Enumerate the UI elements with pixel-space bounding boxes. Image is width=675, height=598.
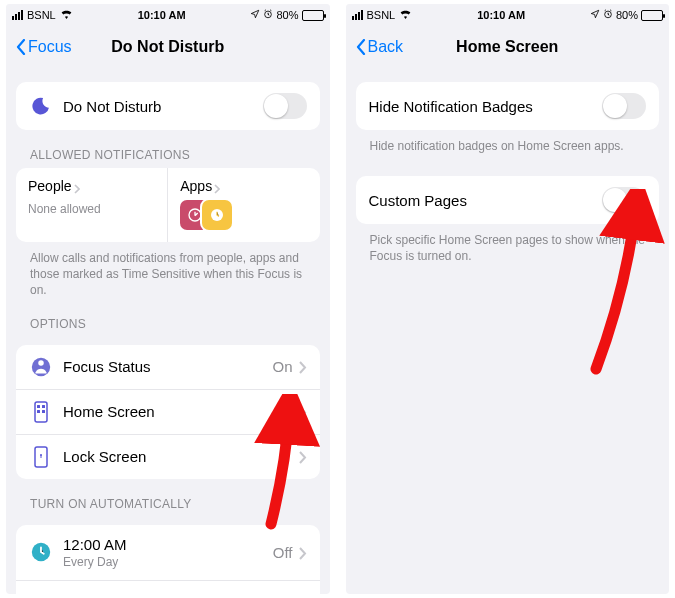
wifi-icon: [399, 9, 412, 21]
focus-status-row[interactable]: Focus Status On: [16, 345, 320, 389]
carrier-label: BSNL: [367, 9, 396, 21]
allowed-footer: Allow calls and notifications from peopl…: [30, 250, 306, 299]
svg-rect-8: [37, 410, 40, 413]
chevron-right-icon: [299, 360, 307, 373]
back-button[interactable]: Focus: [16, 38, 72, 56]
focus-status-icon: [29, 356, 53, 378]
nav-bar: Back Home Screen: [346, 26, 670, 68]
status-bar: BSNL 10:10 AM 80%: [346, 4, 670, 26]
chevron-right-icon: [214, 181, 220, 191]
phone-left-dnd: BSNL 10:10 AM 80% Focus Do Not Disturb: [6, 4, 330, 594]
dnd-label: Do Not Disturb: [63, 98, 263, 115]
options-card: Focus Status On Home Screen Lock: [16, 345, 320, 479]
custom-pages-card: Custom Pages: [356, 176, 660, 224]
apps-label: Apps: [180, 178, 212, 194]
allowed-apps[interactable]: Apps: [168, 168, 319, 242]
people-label: People: [28, 178, 72, 194]
location-icon: [250, 9, 260, 21]
hide-badges-label: Hide Notification Badges: [369, 98, 603, 115]
svg-rect-12: [41, 455, 42, 458]
alarm-icon: [263, 9, 273, 21]
lock-screen-row[interactable]: Lock Screen: [16, 434, 320, 479]
clock-label: 10:10 AM: [412, 9, 590, 21]
chevron-right-icon: [299, 450, 307, 463]
auto-time-label: 12:00 AM: [63, 536, 273, 553]
lock-screen-icon: [29, 446, 53, 468]
focus-status-value: On: [272, 358, 292, 375]
back-label: Back: [368, 38, 404, 56]
chevron-right-icon: [299, 405, 307, 418]
chevron-left-icon: [16, 39, 26, 55]
focus-status-label: Focus Status: [63, 358, 272, 375]
home-screen-icon: [29, 401, 53, 423]
auto-time-value: Off: [273, 544, 293, 561]
moon-icon: [29, 96, 53, 116]
dnd-card: Do Not Disturb: [16, 82, 320, 130]
auto-header: TURN ON AUTOMATICALLY: [30, 497, 316, 511]
home-screen-label: Home Screen: [63, 403, 299, 420]
battery-percent: 80%: [616, 9, 638, 21]
svg-rect-9: [42, 410, 45, 413]
carrier-label: BSNL: [27, 9, 56, 21]
hide-badges-footer: Hide notification badges on Home Screen …: [370, 138, 646, 154]
svg-point-4: [38, 360, 44, 366]
allowed-people[interactable]: People None allowed: [16, 168, 168, 242]
app-icon-2: [202, 200, 232, 230]
signal-icon: [352, 10, 363, 20]
custom-pages-label: Custom Pages: [369, 192, 603, 209]
chevron-right-icon: [74, 181, 80, 191]
chevron-right-icon: [299, 546, 307, 559]
wifi-icon: [60, 9, 73, 21]
auto-card: 12:00 AM Every Day Off: [16, 525, 320, 594]
hide-badges-toggle[interactable]: [602, 93, 646, 119]
back-button[interactable]: Back: [356, 38, 404, 56]
hide-badges-row[interactable]: Hide Notification Badges: [356, 82, 660, 130]
svg-rect-6: [37, 405, 40, 408]
lock-screen-label: Lock Screen: [63, 448, 299, 465]
status-bar: BSNL 10:10 AM 80%: [6, 4, 330, 26]
chevron-left-icon: [356, 39, 366, 55]
auto-next-row-peek: [16, 580, 320, 594]
content-area: Hide Notification Badges Hide notificati…: [346, 82, 670, 285]
auto-time-detail: Every Day: [63, 555, 273, 569]
dnd-toggle[interactable]: [263, 93, 307, 119]
allowed-card: People None allowed Apps: [16, 168, 320, 242]
content-area: Do Not Disturb ALLOWED NOTIFICATIONS Peo…: [6, 82, 330, 594]
apps-preview: [180, 200, 307, 230]
signal-icon: [12, 10, 23, 20]
svg-rect-7: [42, 405, 45, 408]
svg-rect-5: [35, 402, 47, 422]
hide-badges-card: Hide Notification Badges: [356, 82, 660, 130]
people-sub: None allowed: [28, 202, 155, 216]
clock-label: 10:10 AM: [73, 9, 251, 21]
battery-icon: [641, 10, 663, 21]
custom-pages-toggle[interactable]: [602, 187, 646, 213]
custom-pages-row[interactable]: Custom Pages: [356, 176, 660, 224]
battery-icon: [302, 10, 324, 21]
options-header: OPTIONS: [30, 317, 316, 331]
clock-icon: [29, 541, 53, 563]
battery-percent: 80%: [276, 9, 298, 21]
dnd-row[interactable]: Do Not Disturb: [16, 82, 320, 130]
back-label: Focus: [28, 38, 72, 56]
custom-pages-footer: Pick specific Home Screen pages to show …: [370, 232, 646, 264]
home-screen-row[interactable]: Home Screen: [16, 389, 320, 434]
phone-right-homescreen: BSNL 10:10 AM 80% Back Home Screen: [346, 4, 670, 594]
alarm-icon: [603, 9, 613, 21]
auto-time-row[interactable]: 12:00 AM Every Day Off: [16, 525, 320, 580]
nav-bar: Focus Do Not Disturb: [6, 26, 330, 68]
allowed-header: ALLOWED NOTIFICATIONS: [30, 148, 316, 162]
location-icon: [590, 9, 600, 21]
